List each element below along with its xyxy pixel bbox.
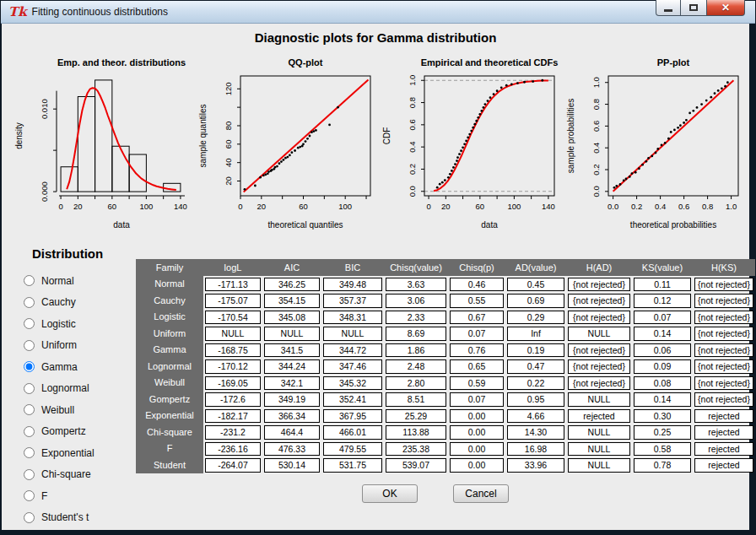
value-cell: 0.07: [448, 392, 505, 408]
close-icon: ✕: [721, 1, 730, 15]
value-cell: 0.30: [632, 408, 693, 424]
distribution-option-normal[interactable]: Normal: [24, 270, 94, 292]
radio-input[interactable]: [24, 361, 35, 372]
theoretical-density: [67, 88, 176, 190]
value-cell: 0.11: [632, 276, 693, 293]
distribution-option-cauchy[interactable]: Cauchy: [24, 292, 94, 314]
minimize-button[interactable]: [656, 0, 681, 16]
caption-buttons: ✕: [656, 0, 745, 16]
distribution-option-gamma[interactable]: Gamma: [24, 356, 94, 378]
value-cell: 531.75: [321, 457, 384, 474]
value-cell: {not rejected}: [693, 326, 755, 343]
x-tick-label: 0.2: [631, 202, 642, 211]
value-cell: {not rejected}: [566, 342, 632, 359]
value-cell: 0.06: [632, 342, 693, 359]
value-cell: 530.14: [262, 457, 321, 474]
y-tick-label: 0.2: [591, 164, 601, 175]
y-tick-label: 0.8: [591, 99, 601, 110]
distribution-option-uniform[interactable]: Uniform: [24, 335, 94, 357]
empirical-cdf-points: [436, 79, 543, 189]
distribution-option-f[interactable]: F: [24, 485, 94, 507]
family-cell: Normal: [136, 276, 203, 293]
x-tick-label: 100: [338, 202, 352, 211]
value-cell: 349.19: [262, 392, 321, 408]
close-button[interactable]: ✕: [706, 0, 745, 16]
value-cell: NULL: [566, 392, 632, 408]
radio-input[interactable]: [24, 340, 35, 351]
value-cell: 0.29: [505, 309, 566, 326]
value-cell: 349.48: [321, 276, 384, 293]
radio-input[interactable]: [24, 512, 35, 523]
sample-probability-points: [613, 81, 729, 188]
maximize-button[interactable]: [681, 0, 706, 16]
plot-frame: [424, 76, 554, 196]
value-cell: 1.86: [384, 342, 448, 359]
value-cell: 0.12: [632, 293, 693, 310]
radio-input[interactable]: [24, 490, 35, 501]
window: Tk Fitting continuous distributions ✕ Di…: [0, 0, 756, 535]
radio-input[interactable]: [24, 318, 35, 329]
radio-input[interactable]: [24, 404, 35, 415]
value-cell: -236.16: [203, 440, 262, 457]
value-cell: {not rejected}: [693, 293, 755, 310]
column-header: AD(value): [505, 259, 566, 276]
value-cell: 352.41: [321, 392, 384, 408]
distribution-option-lognormal[interactable]: Lognormal: [24, 378, 94, 400]
value-cell: NULL: [321, 326, 384, 343]
plot-title: Empirical and theoretical CDFs: [421, 57, 559, 68]
value-cell: {not rejected}: [566, 293, 632, 310]
value-cell: {not rejected}: [566, 359, 632, 376]
value-cell: 33.96: [505, 457, 566, 474]
y-tick-label: 80: [224, 122, 233, 131]
radio-label: Lognormal: [41, 382, 89, 394]
value-cell: 0.59: [448, 375, 505, 392]
radio-input[interactable]: [24, 383, 35, 394]
window-title: Fitting continuous distributions: [32, 1, 168, 23]
x-axis-label: data: [113, 220, 130, 230]
distribution-option-weibull[interactable]: Weibull: [24, 399, 94, 421]
y-tick-label: 1.0: [408, 75, 417, 86]
radio-input[interactable]: [24, 426, 35, 437]
cancel-button[interactable]: Cancel: [453, 484, 509, 503]
radio-input[interactable]: [24, 297, 35, 308]
dialog-content: Diagnostic plots for Gamma distribution …: [2, 24, 749, 530]
value-cell: 8.69: [384, 326, 448, 343]
value-cell: -171.13: [203, 276, 262, 293]
value-cell: 0.14: [632, 326, 693, 343]
value-cell: 0.47: [505, 359, 566, 376]
value-cell: 2.33: [384, 309, 448, 326]
y-tick-label: 0.4: [408, 142, 417, 153]
value-cell: 0.00: [448, 424, 505, 441]
value-cell: NULL: [566, 440, 632, 457]
column-header: H(KS): [693, 259, 755, 276]
x-tick-label: 140: [542, 202, 555, 211]
value-cell: 464.4: [262, 424, 321, 441]
value-cell: NULL: [262, 326, 321, 343]
distribution-option-logistic[interactable]: Logistic: [24, 313, 94, 335]
y-tick-label: 0.0: [408, 186, 417, 197]
value-cell: 0.45: [505, 276, 566, 293]
radio-input[interactable]: [24, 469, 35, 480]
value-cell: 346.25: [262, 276, 321, 293]
x-tick-label: 0.0: [608, 202, 618, 211]
radio-input[interactable]: [24, 447, 35, 458]
y-tick-label: 20: [224, 176, 233, 186]
value-cell: {not rejected}: [693, 375, 755, 392]
value-cell: 342.1: [262, 375, 321, 392]
distribution-option-chi-square[interactable]: Chi-square: [24, 464, 94, 486]
fit-results-table: FamilylogLAICBICChisq(value)Chisq(p)AD(v…: [136, 259, 755, 473]
value-cell: -264.07: [203, 457, 262, 474]
value-cell: NULL: [203, 326, 262, 343]
value-cell: {not rejected}: [693, 342, 755, 359]
radio-input[interactable]: [24, 275, 35, 286]
value-cell: rejected: [566, 408, 632, 424]
x-tick-label: 0: [426, 202, 430, 211]
column-header: Family: [136, 259, 203, 276]
radio-label: Chi-square: [41, 468, 91, 480]
column-header: H(AD): [566, 259, 632, 276]
ok-button[interactable]: OK: [362, 484, 418, 503]
value-cell: NULL: [566, 457, 632, 474]
distribution-option-student-s-t[interactable]: Student's t: [24, 507, 94, 529]
distribution-option-gompertz[interactable]: Gompertz: [24, 421, 94, 443]
distribution-option-exponential[interactable]: Exponential: [24, 442, 94, 464]
